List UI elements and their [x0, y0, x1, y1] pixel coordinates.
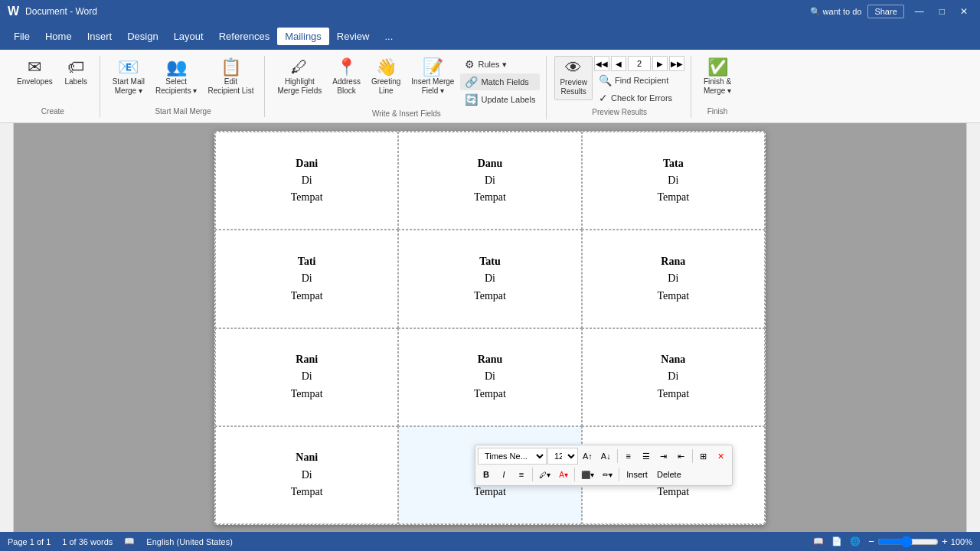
document-area: Dani Di Tempat Danu Di Tempat Tata Di Te…: [14, 123, 966, 533]
menu-insert[interactable]: Insert: [80, 28, 120, 45]
language-status[interactable]: English (United States): [146, 537, 233, 546]
label-line3: Tempat: [657, 189, 689, 206]
rules-button[interactable]: ⚙ Rules ▾: [460, 56, 540, 73]
labels-button[interactable]: 🏷 Labels: [59, 56, 93, 90]
menu-review[interactable]: Review: [329, 28, 377, 45]
finish-merge-button[interactable]: ✅ Finish &Merge ▾: [699, 56, 736, 99]
edit-recipient-icon: 📋: [220, 59, 241, 76]
zoom-out-button[interactable]: −: [868, 536, 874, 547]
toolbar-divider4: [574, 468, 575, 481]
window-close[interactable]: ✕: [956, 6, 972, 17]
label-line2: Di: [485, 172, 495, 189]
list-bullet-button[interactable]: ≡: [620, 448, 637, 465]
indent-more-button[interactable]: ⇥: [655, 448, 672, 465]
font-family-select[interactable]: Times Ne...: [478, 448, 547, 465]
toolbar-row2: B I ≡ 🖊▾ A▾ ⬛▾ ✏▾ Insert Delete: [478, 466, 730, 483]
highlight-color-button[interactable]: 🖊▾: [535, 466, 554, 483]
nav-prev-button[interactable]: ◀: [611, 56, 626, 71]
status-bar-left: Page 1 of 1 1 of 36 words 📖 English (Uni…: [8, 536, 233, 546]
label-name: Tata: [663, 155, 684, 172]
edit-recipient-label: EditRecipient List: [207, 77, 253, 96]
delete-text-button[interactable]: Delete: [653, 466, 685, 483]
highlight-icon: 🖊: [291, 59, 308, 76]
want-to-do[interactable]: 🔍 want to do: [810, 7, 862, 17]
bold-button[interactable]: B: [478, 466, 495, 483]
nav-next-button[interactable]: ▶: [652, 56, 668, 71]
table-insert-button[interactable]: ⊞: [695, 448, 712, 465]
find-recipient-button[interactable]: 🔍 Find Recipient: [594, 72, 684, 89]
create-group-title: Create: [41, 106, 64, 117]
window-minimize[interactable]: —: [910, 6, 929, 17]
share-button[interactable]: Share: [867, 5, 903, 18]
insert-text-button[interactable]: Insert: [622, 466, 652, 483]
menu-more[interactable]: ...: [377, 28, 400, 45]
nav-first-button[interactable]: ◀◀: [594, 56, 609, 71]
nav-page-input[interactable]: [628, 56, 651, 71]
label-line2: Di: [485, 368, 495, 385]
preview-label: PreviewResults: [560, 78, 587, 96]
nav-last-button[interactable]: ▶▶: [669, 56, 684, 71]
font-shrink-button[interactable]: A↓: [597, 448, 615, 465]
window-maximize[interactable]: □: [935, 6, 949, 17]
greeting-label: GreetingLine: [371, 77, 400, 96]
label-cell-2-2: Nana Di Tempat: [582, 328, 765, 426]
start-merge-group-title: Start Mail Merge: [155, 106, 211, 117]
label-name: Rani: [296, 351, 318, 368]
font-size-select[interactable]: 12: [547, 448, 578, 465]
label-line3: Tempat: [291, 386, 323, 403]
select-recipients-button[interactable]: 👥 SelectRecipients ▾: [151, 56, 201, 99]
greeting-line-button[interactable]: 👋 GreetingLine: [367, 56, 405, 99]
finish-merge-label: Finish &Merge ▾: [704, 77, 731, 96]
menu-home[interactable]: Home: [38, 28, 80, 45]
ribbon-group-start-mail-merge: 📧 Start MailMerge ▾ 👥 SelectRecipients ▾…: [102, 56, 266, 117]
styles-button[interactable]: ⬛▾: [577, 466, 598, 483]
format-button[interactable]: ✏▾: [599, 466, 616, 483]
indent-less-button[interactable]: ⇤: [673, 448, 690, 465]
menu-layout[interactable]: Layout: [166, 28, 211, 45]
zoom-slider[interactable]: [877, 536, 939, 548]
title-bar-right: 🔍 want to do Share — □ ✕: [810, 5, 972, 18]
label-line2: Di: [302, 270, 312, 287]
print-layout-button[interactable]: 📄: [831, 536, 842, 546]
italic-button[interactable]: I: [495, 466, 512, 483]
label-cell-0-2: Tata Di Tempat: [582, 132, 765, 230]
update-labels-button[interactable]: 🔄 Update Labels: [460, 91, 540, 108]
write-insert-group-title: Write & Insert Fields: [372, 108, 441, 119]
finish-group-title: Finish: [707, 106, 728, 117]
insert-merge-field-button[interactable]: 📝 Insert MergeField ▾: [407, 56, 459, 99]
font-color-button[interactable]: A▾: [555, 466, 572, 483]
menu-references[interactable]: References: [211, 28, 277, 45]
proofing-icon[interactable]: 📖: [124, 536, 135, 546]
address-block-button[interactable]: 📍 AddressBlock: [328, 56, 365, 99]
scrollbar-left[interactable]: [0, 123, 14, 533]
preview-results-button[interactable]: 👁 PreviewResults: [554, 56, 593, 100]
read-mode-button[interactable]: 📖: [813, 536, 824, 546]
font-grow-button[interactable]: A↑: [579, 448, 596, 465]
zoom-in-button[interactable]: +: [942, 536, 948, 547]
edit-recipient-list-button[interactable]: 📋 EditRecipient List: [203, 56, 258, 99]
align-button[interactable]: ≡: [513, 466, 530, 483]
match-fields-button[interactable]: 🔗 Match Fields: [460, 73, 540, 90]
scrollbar-right[interactable]: [966, 123, 980, 533]
zoom-level[interactable]: 100%: [951, 537, 972, 546]
toolbar-divider1: [617, 449, 618, 463]
start-merge-icon: 📧: [118, 59, 139, 76]
check-errors-button[interactable]: ✓ Check for Errors: [594, 90, 684, 106]
menu-design[interactable]: Design: [119, 28, 165, 45]
ribbon-group-finish: ✅ Finish &Merge ▾ Finish: [693, 56, 742, 117]
toolbar-row1: Times Ne... 12 A↑ A↓ ≡ ☰ ⇥ ⇤ ⊞ ✕: [478, 448, 730, 465]
highlight-label: HighlightMerge Fields: [277, 77, 322, 96]
menu-mailings[interactable]: Mailings: [277, 28, 329, 45]
web-layout-button[interactable]: 🌐: [850, 536, 861, 546]
label-line3: Tempat: [474, 386, 506, 403]
menu-file[interactable]: File: [6, 28, 38, 45]
highlight-merge-fields-button[interactable]: 🖊 HighlightMerge Fields: [273, 56, 326, 99]
table-delete-button[interactable]: ✕: [713, 448, 730, 465]
label-line2: Di: [668, 172, 678, 189]
status-bar: Page 1 of 1 1 of 36 words 📖 English (Uni…: [0, 532, 980, 551]
finish-buttons: ✅ Finish &Merge ▾: [699, 56, 736, 106]
document-page: Dani Di Tempat Danu Di Tempat Tata Di Te…: [214, 131, 766, 525]
start-mail-merge-button[interactable]: 📧 Start MailMerge ▾: [108, 56, 149, 99]
envelopes-button[interactable]: ✉ Envelopes: [12, 56, 57, 90]
list-number-button[interactable]: ☰: [638, 448, 655, 465]
